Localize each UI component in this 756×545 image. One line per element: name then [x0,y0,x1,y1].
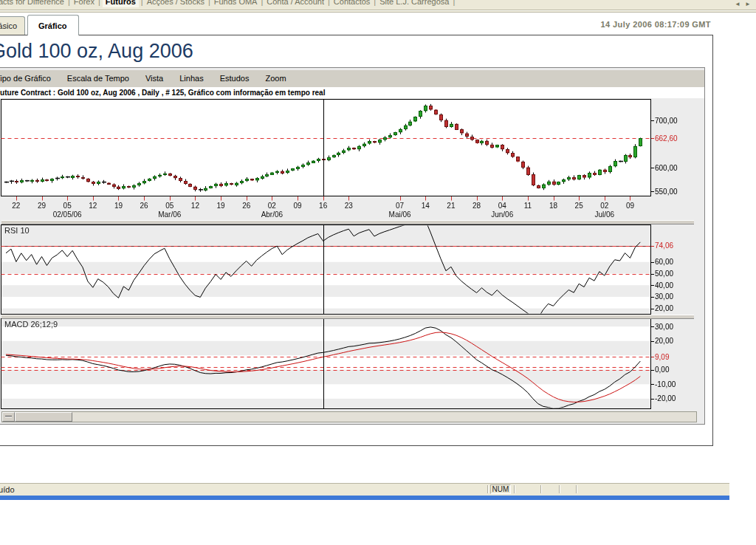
chart-menu-escala-de-tempo[interactable]: Escala de Tempo [59,70,137,87]
scrollbar-grip-icon[interactable] [2,412,15,422]
status-bar: Concluído NUM [0,483,729,496]
num-indicator: NUM [490,484,511,494]
menubar-item-funds-oma[interactable]: Funds OMA [213,0,259,7]
menubar-separator: | [258,0,265,6]
accent-bar [0,496,729,500]
chart-body: 700,00600,00550,00662,6060,0050,0040,003… [0,98,704,411]
menubar-item-contactos[interactable]: Contactos [332,0,372,7]
menubar-item-contracts-for-difference[interactable]: Contracts for Difference [0,0,66,7]
menubar-separator: | [139,0,145,6]
pane-splitter-rsi[interactable] [1,220,694,224]
app-window: Contracts for Difference|Forex|Futuros|A… [0,0,756,545]
menubar-item-ac-es-stocks[interactable]: Acções / Stocks [145,0,206,7]
chart-menu-linhas[interactable]: Linhas [171,70,211,87]
main-menubar: Contracts for Difference|Forex|Futuros|A… [0,0,756,10]
chart-control: Tipo de GráficoEscala de TempoVistaLinha… [0,67,705,425]
status-cell-divider [540,485,542,493]
clock: 14 July 2006 08:17:09 GMT [601,20,711,29]
chart-info-line: Future Contract : Gold 100 oz, Aug 2006 … [0,87,704,98]
menubar-separator: | [96,0,103,6]
tab-basico[interactable]: Básico [0,16,25,35]
chart-menu-tipo-de-gr-fico[interactable]: Tipo de Gráfico [0,70,59,87]
menubar-scroll-arrows-icon[interactable]: ◄ ► [735,1,752,7]
chart-plot-area[interactable] [0,98,704,411]
pane-splitter-macd[interactable] [1,315,694,319]
tab-grafico[interactable]: Gráfico [27,15,79,35]
chart-scrollbar[interactable] [1,411,697,422]
menubar-separator: | [66,0,72,6]
menubar-divider [0,10,756,13]
status-cell-divider [487,485,489,493]
scrollbar-thumb[interactable] [15,412,72,422]
menubar-separator: | [371,0,378,6]
menubar-item-site-l-j-carregosa[interactable]: Site L.J. Carregosa [378,0,450,7]
menubar-separator: | [206,0,213,6]
tab-basico-label: Básico [0,21,17,30]
chart-menubar: Tipo de GráficoEscala de TempoVistaLinha… [0,70,704,87]
chart-menu-zoom[interactable]: Zoom [257,70,294,87]
menubar-item-forex[interactable]: Forex [72,0,96,7]
status-cell-divider [559,485,560,493]
status-text: Concluído [0,485,15,494]
page-title: Gold 100 oz, Aug 2006 [0,40,193,63]
chart-menu-estudos[interactable]: Estudos [212,70,258,87]
menubar-separator: | [450,0,457,6]
status-cell-divider [514,485,515,493]
tab-grafico-label: Gráfico [38,21,67,30]
menubar-item-conta-account[interactable]: Conta / Account [265,0,326,7]
chart-menu-vista[interactable]: Vista [137,70,171,87]
status-cell-divider [576,485,577,493]
menubar-items: Contracts for Difference|Forex|Futuros|A… [0,0,457,7]
menubar-separator: | [326,0,332,6]
menubar-item-futuros[interactable]: Futuros [103,0,139,7]
